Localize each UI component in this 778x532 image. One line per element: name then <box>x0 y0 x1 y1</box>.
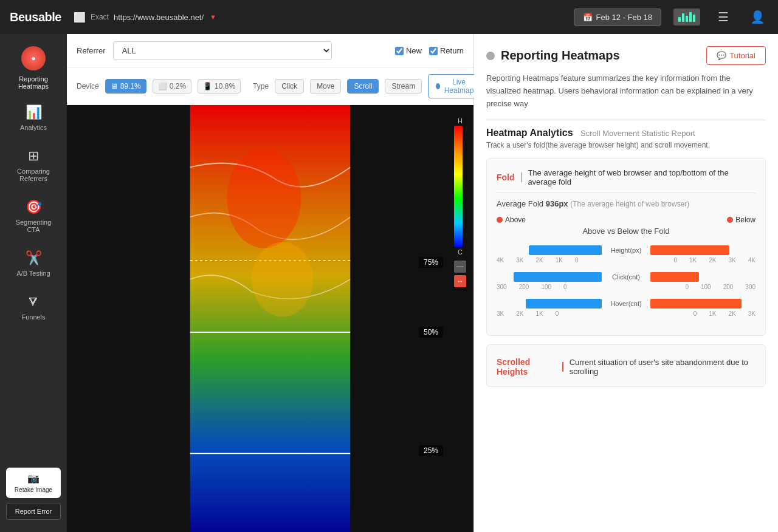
device-mobile-button[interactable]: 📱 10.8% <box>198 79 241 94</box>
return-checkbox-label[interactable]: Return <box>429 46 464 55</box>
hover-chart-axis: 3K2K1K0 01K2K3K <box>497 310 756 317</box>
retake-label: Retake Image <box>15 486 52 493</box>
header-url-area: ⬜ Exact https://www.beusable.net/ ▼ <box>74 12 216 23</box>
sidebar-item-comparing-referrers[interactable]: ⊞ ComparingReferrers <box>0 140 67 191</box>
url-dropdown-icon[interactable]: ▼ <box>210 13 216 21</box>
fold-description: The average height of web browser and to… <box>528 168 756 186</box>
scrolled-heights-label: Scrolled Heights <box>497 357 556 377</box>
height-bar-right-area <box>650 245 748 255</box>
report-error-button[interactable]: Report Error <box>6 503 61 520</box>
svg-point-6 <box>227 149 301 248</box>
percentage-75-label: 75% <box>419 257 443 268</box>
percentage-25-label: 25% <box>419 445 443 456</box>
height-bar-orange <box>650 245 729 255</box>
live-dot-icon <box>436 83 440 89</box>
scrolled-label-divider <box>562 362 563 372</box>
checkbox-group: New Return <box>395 46 464 55</box>
segmenting-icon: 🎯 <box>26 199 42 215</box>
click-axis-right: 0100200300 <box>685 284 756 290</box>
menu-icon[interactable]: ☰ <box>712 6 734 28</box>
reporting-panel-title: Reporting Heatmaps <box>501 49 620 63</box>
comparing-icon: ⊞ <box>28 148 39 164</box>
fold-header: Fold The average height of web browser a… <box>497 168 756 186</box>
height-chart-row: Height(px) <box>497 245 756 255</box>
heatmap-controls-row1: Referrer ALL New Return <box>67 34 473 68</box>
scrolled-heights-header: Scrolled Heights Current situation of us… <box>497 357 756 377</box>
height-axis-left: 4K3K2K1K0 <box>497 257 579 264</box>
click-chart-row: Click(cnt) <box>497 272 756 282</box>
new-label: New <box>406 46 422 55</box>
sidebar-item-label: Funnels <box>21 313 45 321</box>
color-bar-controls: — ↔ <box>454 261 466 287</box>
hover-axis-left: 3K2K1K0 <box>497 310 559 317</box>
mobile-percentage: 10.8% <box>215 82 235 90</box>
desktop-icon: 🖥 <box>111 82 118 90</box>
reporting-description: Reporting Heatmaps feature summarizes th… <box>486 72 766 110</box>
height-chart-axis: 4K3K2K1K0 01K2K3K4K <box>497 257 756 264</box>
analytics-icon: 📊 <box>26 104 42 120</box>
click-bar-orange <box>650 272 699 282</box>
device-label: Device <box>77 82 99 90</box>
heatmap-image-container: H C — ↔ 75% 50% 25% <box>67 105 473 532</box>
above-below-header: Above Below <box>497 216 756 224</box>
type-label: Type <box>253 82 269 90</box>
click-chart-section: Click(cnt) 3002001000 0100200300 <box>497 272 756 290</box>
sidebar-item-label: SegmentingCTA <box>16 219 52 233</box>
sidebar-item-funnels[interactable]: ⛛ Funnels <box>0 285 67 329</box>
heatmap-panel: Referrer ALL New Return Device <box>67 34 474 532</box>
tutorial-button[interactable]: 💬 Tutorial <box>706 46 766 65</box>
height-bar-blue <box>529 245 602 255</box>
date-range-button[interactable]: 📅 Feb 12 - Feb 18 <box>574 9 662 26</box>
date-range-label: Feb 12 - Feb 18 <box>596 13 653 22</box>
reporting-title-area: Reporting Heatmaps <box>486 49 620 63</box>
color-bar-button-2[interactable]: ↔ <box>454 275 466 287</box>
height-bar-left-area <box>504 245 602 255</box>
new-checkbox-label[interactable]: New <box>395 46 422 55</box>
color-bar-button-1[interactable]: — <box>454 261 466 273</box>
new-checkbox[interactable] <box>395 47 404 55</box>
sidebar-item-reporting-heatmaps[interactable]: ReportingHeatmaps <box>0 40 67 96</box>
hover-axis-right: 01K2K3K <box>694 310 756 317</box>
user-icon[interactable]: 👤 <box>746 6 768 28</box>
return-label: Return <box>440 46 464 55</box>
color-scale-c-label: C <box>454 248 466 256</box>
heatmap-analytics-subtitle: Scroll Movement Statistic Report <box>580 129 695 138</box>
sidebar-item-analytics[interactable]: 📊 Analytics <box>0 96 67 140</box>
click-axis-left: 3002001000 <box>497 284 567 290</box>
sidebar-item-ab-testing[interactable]: ✂️ A/B Testing <box>0 242 67 285</box>
scrolled-heights-description: Current situation of user's site abandon… <box>570 358 756 376</box>
sidebar-item-label: ReportingHeatmaps <box>18 75 49 90</box>
hover-bar-blue <box>526 299 602 309</box>
referrer-select[interactable]: ALL <box>113 41 332 60</box>
type-move-button[interactable]: Move <box>310 79 341 94</box>
type-stream-button[interactable]: Stream <box>385 79 422 94</box>
heatmap-mode-icon[interactable] <box>673 9 700 26</box>
click-bar-left-area <box>504 272 602 282</box>
content-area: Referrer ALL New Return Device <box>67 34 778 532</box>
color-scale-bar: H C — ↔ <box>454 117 466 287</box>
tablet-icon: ⬜ <box>158 82 167 90</box>
mobile-icon: 📱 <box>203 82 212 90</box>
height-bar-label: Height(px) <box>602 247 650 254</box>
type-click-button[interactable]: Click <box>275 79 304 94</box>
sidebar-item-segmenting-cta[interactable]: 🎯 SegmentingCTA <box>0 191 67 242</box>
below-label: Below <box>727 216 756 224</box>
main-layout: ReportingHeatmaps 📊 Analytics ⊞ Comparin… <box>0 34 778 532</box>
retake-image-button[interactable]: 📷 Retake Image <box>6 468 61 498</box>
device-type-bar: Device 🖥 89.1% ⬜ 0.2% 📱 10.8% Type Click… <box>67 68 473 105</box>
bar-chart-icon <box>678 12 695 22</box>
percentage-50-label: 50% <box>419 327 443 338</box>
heatmap-visual: H C — ↔ 75% 50% 25% <box>67 105 473 532</box>
device-tablet-button[interactable]: ⬜ 0.2% <box>153 79 191 94</box>
device-desktop-button[interactable]: 🖥 89.1% <box>105 79 146 94</box>
type-scroll-button[interactable]: Scroll <box>347 79 379 94</box>
tutorial-label: Tutorial <box>729 51 756 60</box>
hover-bar-left-area <box>504 299 602 309</box>
referrer-label: Referrer <box>77 46 106 55</box>
header-url[interactable]: https://www.beusable.net/ <box>114 13 204 22</box>
heatmap-analytics-description: Track a user's fold(the average browser … <box>486 141 766 149</box>
logo: Beusable <box>10 10 61 24</box>
live-heatmap-label: Live Heatmap <box>443 78 475 95</box>
color-gradient-bar <box>454 126 463 247</box>
return-checkbox[interactable] <box>429 47 438 55</box>
